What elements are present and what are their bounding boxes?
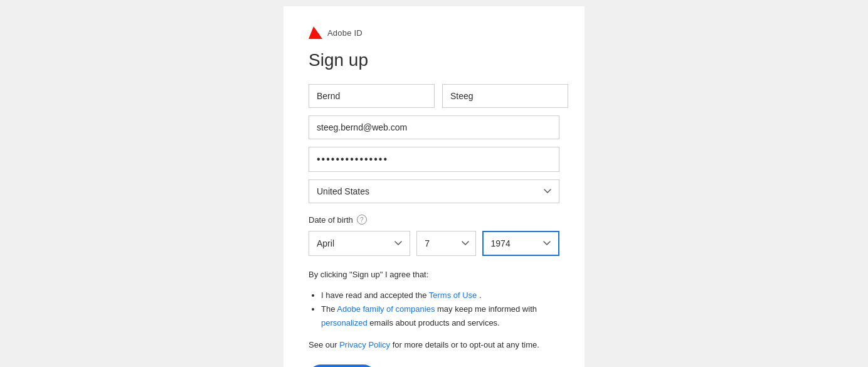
bullet2-pre: The — [321, 304, 337, 314]
dob-month-select[interactable]: January February March April May June Ju… — [309, 231, 410, 256]
dob-day-select[interactable]: 1 2 3 4 5 6 7 — [416, 231, 475, 256]
bullet2-post: emails about products and services. — [369, 318, 499, 327]
dob-help-icon[interactable]: ? — [357, 215, 367, 225]
bullet-list: I have read and accepted the Terms of Us… — [309, 289, 559, 330]
name-row — [309, 84, 559, 108]
personalized-link[interactable]: personalized — [321, 318, 368, 327]
adobe-logo-text: Adobe ID — [327, 28, 363, 38]
adobe-logo: Adobe ID — [309, 26, 559, 39]
dob-row: January February March April May June Ju… — [309, 231, 559, 256]
adobe-icon — [309, 26, 322, 39]
password-input[interactable] — [309, 147, 559, 172]
bullet-item-1: I have read and accepted the Terms of Us… — [321, 289, 559, 302]
privacy-pre: See our — [309, 340, 339, 349]
first-name-input[interactable] — [309, 84, 435, 108]
agreement-text: By clicking "Sign up" I agree that: — [309, 269, 559, 281]
country-select[interactable]: United States Canada United Kingdom Germ… — [309, 179, 559, 203]
privacy-text: See our Privacy Policy for more details … — [309, 339, 559, 351]
privacy-policy-link[interactable]: Privacy Policy — [339, 340, 390, 349]
dob-label-row: Date of birth ? — [309, 215, 559, 225]
dob-label: Date of birth — [309, 215, 353, 225]
dob-year-select[interactable]: 1972 1973 1974 1975 1976 — [482, 231, 559, 256]
signup-form-container: Adobe ID Sign up United States Canada Un… — [283, 6, 585, 367]
bullet1-pre: I have read and accepted the — [321, 290, 429, 300]
adobe-family-link[interactable]: Adobe family of companies — [337, 304, 435, 314]
last-name-input[interactable] — [442, 84, 568, 108]
page-title: Sign up — [309, 50, 559, 70]
terms-of-use-link[interactable]: Terms of Use — [429, 290, 477, 300]
bullet1-post: . — [479, 290, 482, 300]
bullet2-mid: may keep me informed with — [437, 304, 537, 314]
bullet-item-2: The Adobe family of companies may keep m… — [321, 302, 559, 330]
privacy-post: for more details or to opt-out at any ti… — [393, 340, 539, 349]
signup-button[interactable]: Sign up — [309, 364, 376, 367]
email-input[interactable] — [309, 115, 559, 139]
